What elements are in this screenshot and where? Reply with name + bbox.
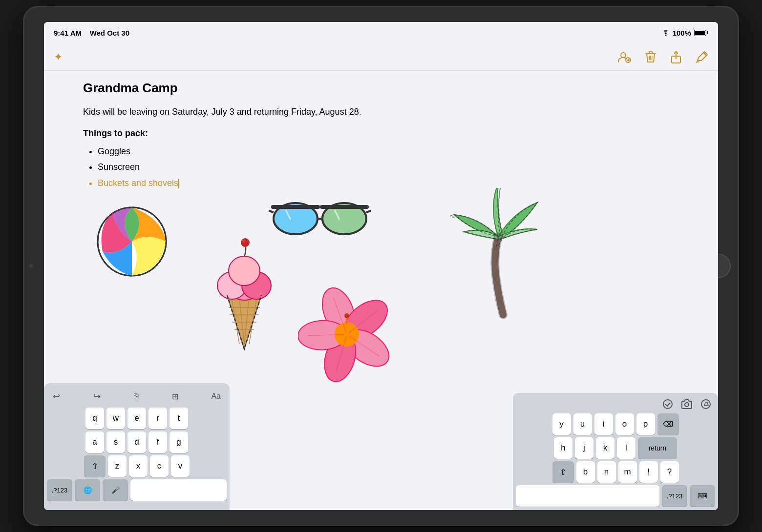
svg-line-8 xyxy=(652,56,653,60)
share-icon[interactable] xyxy=(670,50,682,64)
svg-rect-13 xyxy=(697,61,699,62)
battery-percent: 100% xyxy=(673,29,691,37)
note-list: Goggles Sunscreen Buckets and shovels xyxy=(83,143,679,191)
ipad-frame: 9:41 AM Wed Oct 30 100% xyxy=(24,7,738,525)
key-b[interactable]: b xyxy=(576,461,595,483)
sunglasses-sticker xyxy=(269,195,371,246)
wifi-icon xyxy=(662,30,670,36)
delete-icon[interactable] xyxy=(645,50,656,64)
list-item: Goggles xyxy=(98,143,679,159)
camera-icon[interactable] xyxy=(681,399,693,409)
key-shift-right[interactable]: ⇧ xyxy=(552,461,574,483)
status-time-date: 9:41 AM Wed Oct 30 xyxy=(54,29,129,37)
svg-point-35 xyxy=(229,256,260,286)
key-c[interactable]: c xyxy=(150,455,169,477)
svg-point-52 xyxy=(685,403,689,407)
paste-icon[interactable]: ⎘ xyxy=(132,390,141,403)
key-y[interactable]: y xyxy=(552,413,571,435)
key-row-bnm: ⇧ b n m ! ? xyxy=(516,461,715,483)
key-q[interactable]: q xyxy=(85,408,104,429)
undo-icon[interactable]: ↩ xyxy=(51,389,62,404)
list-item: Sunscreen xyxy=(98,159,679,175)
svg-point-45 xyxy=(344,313,349,318)
key-i[interactable]: i xyxy=(594,413,613,435)
key-z[interactable]: z xyxy=(108,455,127,477)
add-person-icon[interactable] xyxy=(617,50,631,64)
status-date: Wed Oct 30 xyxy=(90,29,129,37)
key-row-qwert: q w e r t xyxy=(47,408,227,429)
svg-rect-22 xyxy=(271,205,320,209)
svg-point-53 xyxy=(701,400,710,409)
key-f[interactable]: f xyxy=(148,431,167,453)
key-m[interactable]: m xyxy=(618,461,637,483)
note-body: Kids will be leaving on Saturday, July 3… xyxy=(83,105,679,119)
keyboard-left-toolbar: ↩ ↪ ⎘ ⊞ Aa xyxy=(47,387,227,408)
key-k[interactable]: k xyxy=(596,437,614,459)
key-row-hjkl: h j k l return xyxy=(516,437,715,459)
key-n[interactable]: n xyxy=(597,461,616,483)
svg-point-37 xyxy=(242,240,245,243)
key-space-right[interactable] xyxy=(516,485,659,507)
key-num-left[interactable]: .?123 xyxy=(47,479,72,501)
key-mic[interactable]: 🎤 xyxy=(103,479,128,501)
key-t[interactable]: t xyxy=(169,408,188,429)
svg-point-43 xyxy=(335,322,359,347)
key-num-right[interactable]: .?123 xyxy=(662,485,687,507)
svg-point-51 xyxy=(663,400,672,409)
key-r[interactable]: r xyxy=(148,408,167,429)
key-space-left[interactable] xyxy=(130,479,227,501)
ice-cream-sticker xyxy=(205,237,283,356)
key-d[interactable]: d xyxy=(127,431,146,453)
key-globe[interactable]: 🌐 xyxy=(75,479,100,501)
collapse-icon[interactable]: ✦ xyxy=(54,51,63,63)
key-u[interactable]: u xyxy=(573,413,592,435)
key-j[interactable]: j xyxy=(575,437,593,459)
key-row-yuiop: y u i o p ⌫ xyxy=(516,413,715,435)
key-hide-keyboard[interactable]: ⌨ xyxy=(690,485,715,507)
keyboard-left[interactable]: ↩ ↪ ⎘ ⊞ Aa q w e r t a s d f g ⇧ xyxy=(44,383,230,510)
key-x[interactable]: x xyxy=(129,455,148,477)
svg-line-6 xyxy=(649,56,650,60)
svg-point-1 xyxy=(621,53,626,58)
keyboard-right-toolbar xyxy=(516,397,715,413)
table-icon[interactable]: ⊞ xyxy=(170,390,180,403)
status-right: 100% xyxy=(662,29,708,37)
key-h[interactable]: h xyxy=(554,437,572,459)
key-question[interactable]: ? xyxy=(660,461,679,483)
battery-icon xyxy=(694,30,708,36)
apple-pencil-icon[interactable] xyxy=(700,399,711,409)
checkmark-icon[interactable] xyxy=(662,399,673,409)
svg-point-0 xyxy=(665,35,666,36)
note-subheading: Things to pack: xyxy=(83,128,679,139)
svg-rect-23 xyxy=(320,205,369,209)
compose-icon[interactable] xyxy=(696,51,708,63)
toolbar-right xyxy=(617,50,708,64)
beach-ball-sticker xyxy=(93,203,171,283)
key-w[interactable]: w xyxy=(106,408,125,429)
key-p[interactable]: p xyxy=(636,413,655,435)
key-e[interactable]: e xyxy=(127,408,146,429)
key-v[interactable]: v xyxy=(171,455,190,477)
note-title: Grandma Camp xyxy=(83,81,679,96)
key-shift-left[interactable]: ⇧ xyxy=(84,455,106,477)
status-time: 9:41 AM xyxy=(54,29,82,37)
keyboard-right[interactable]: y u i o p ⌫ h j k l return ⇧ b n m ! ? xyxy=(513,393,718,510)
key-o[interactable]: o xyxy=(615,413,634,435)
key-row-bottom: .?123 🌐 🎤 xyxy=(47,479,227,501)
stickers-area xyxy=(44,188,718,383)
hibiscus-sticker xyxy=(298,286,396,383)
toolbar-left: ✦ xyxy=(54,51,63,63)
key-s[interactable]: s xyxy=(106,431,125,453)
key-row-bottom-right: .?123 ⌨ xyxy=(516,485,715,507)
key-excl[interactable]: ! xyxy=(639,461,658,483)
key-delete[interactable]: ⌫ xyxy=(657,413,679,435)
camera-side xyxy=(29,264,33,268)
key-row-asdfg: a s d f g xyxy=(47,431,227,453)
redo-icon[interactable]: ↪ xyxy=(91,389,103,404)
toolbar: ✦ xyxy=(44,43,718,71)
key-return[interactable]: return xyxy=(638,437,677,459)
key-l[interactable]: l xyxy=(617,437,635,459)
format-icon[interactable]: Aa xyxy=(209,390,223,403)
key-a[interactable]: a xyxy=(85,431,104,453)
key-g[interactable]: g xyxy=(169,431,188,453)
